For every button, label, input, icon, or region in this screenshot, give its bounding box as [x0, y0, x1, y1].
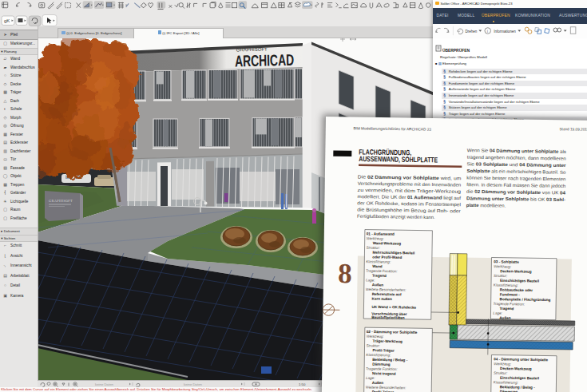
svg-text:keine Daten: keine Daten [95, 382, 114, 386]
svg-text:Sie 03 Sohlplatte und 04 Dämmu: Sie 03 Sohlplatte und 04 Dämmung unter [467, 161, 567, 168]
svg-text:Dämmung unter Sohlplatte bis O: Dämmung unter Sohlplatte bis OK 03 Sohl- [466, 196, 565, 202]
svg-text:Informationen: Informationen [494, 30, 516, 34]
svg-text:Die 02 Dämmung vor Sohlplatte: Die 02 Dämmung vor Sohlplatte wird, um [358, 174, 462, 180]
svg-text:Bekleidung / Belag -: Bekleidung / Belag - [373, 357, 408, 362]
svg-text:8: 8 [338, 258, 352, 289]
svg-text:die 02 Dämmung vor Sohlplatte: die 02 Dämmung vor Sohlplatte von UK 04 [466, 188, 566, 195]
svg-text:Träger-Werkzeug: Träger-Werkzeug [373, 339, 403, 343]
svg-text:Profil-Träger: Profil-Träger [373, 348, 395, 352]
svg-text:Weitere Besonderheiten:: Weitere Besonderheiten: [366, 385, 407, 390]
svg-text:04 - Dämmung unter Sohlplatte: 04 - Dämmung unter Sohlplatte [494, 357, 549, 362]
svg-text:Bekleidung / Belag -: Bekleidung / Belag - [500, 385, 535, 390]
svg-text:keine Daten: keine Daten [184, 382, 203, 386]
svg-text:Baustoffprioritäten: Baustoffprioritäten [372, 315, 406, 319]
svg-text:GRAPHISOFT: GRAPHISOFT [49, 199, 73, 203]
svg-text:tragend angeben möchten, dann: tragend angeben möchten, dann modelliere… [467, 154, 566, 160]
svg-text:Struktur:: Struktur: [494, 273, 508, 277]
svg-text:ARCHICAD: ARCHICAD [235, 51, 294, 70]
svg-text:Tragende Funktion:: Tragende Funktion: [366, 366, 398, 371]
svg-text:Stand 19.09.2019: Stand 19.09.2019 [560, 127, 587, 132]
svg-text:Referenzlinie auf: Referenzlinie auf [372, 291, 402, 296]
svg-text:gK: gK [4, 18, 10, 23]
svg-text:Klassifizierung:: Klassifizierung: [494, 380, 519, 384]
svg-text:Wand-Werkzeug: Wand-Werkzeug [373, 241, 402, 246]
svg-text:Sohlplatte als ein mehrschicht: Sohlplatte als ein mehrschichtiges Baute… [467, 168, 567, 174]
svg-text:Weitere Besonderheiten:: Weitere Besonderheiten: [366, 287, 407, 291]
svg-text:der OK Rohdecke, sodass im Fen: der OK Rohdecke, sodass im Fensterstempe… [358, 200, 462, 207]
svg-text:ÜBERPRÜFEN: ÜBERPRÜFEN [442, 48, 470, 53]
svg-text:Werkzeug:: Werkzeug: [494, 362, 512, 366]
svg-text:Fundment -: Fundment - [500, 292, 521, 296]
svg-text:Einschichtiges Bauteil: Einschichtiges Bauteil [500, 375, 539, 380]
svg-text:Außen: Außen [500, 315, 512, 319]
svg-text:Dämmung: Dämmung [372, 362, 391, 366]
svg-text:können Sie besser nach tragend: können Sie besser nach tragenden Element… [467, 175, 566, 181]
svg-text:Einschichtiges Bauteil: Einschichtiges Bauteil [500, 278, 539, 283]
svg-text:Tragende Funktion:: Tragende Funktion: [494, 301, 526, 306]
svg-text:Mehrschichtiges Bauteil: Mehrschichtiges Bauteil [373, 250, 415, 255]
svg-text:BIM Modellierungsrichtlinien f: BIM Modellierungsrichtlinien für ARCHICA… [354, 126, 432, 131]
svg-text:Struktur:: Struktur: [494, 370, 508, 374]
svg-text:Werkzeug:: Werkzeug: [367, 334, 385, 338]
svg-text:Dämmung: Dämmung [500, 390, 518, 392]
svg-text:filtern. In diesem Fall müssen: filtern. In diesem Fall müssen Sie dann … [467, 182, 566, 188]
svg-text:Bodenplatte / Flachgründung: Bodenplatte / Flachgründung [500, 297, 551, 302]
svg-text:Decken-Werkzeug: Decken-Werkzeug [500, 269, 532, 274]
svg-text:modelliert. Die UK der 01 Auße: modelliert. Die UK der 01 Außenwand lieg… [358, 194, 462, 200]
svg-text:AUSSENWAND, SOHLPLATTE: AUSSENWAND, SOHLPLATTE [359, 155, 438, 164]
svg-text:Tragende Funktion:: Tragende Funktion: [366, 268, 398, 273]
svg-text:die Brüstungshöhe im Bezug auf: die Brüstungshöhe im Bezug auf Roh- oder [358, 207, 462, 213]
svg-text:Wenn Sie 04 Dämmung unter Sohl: Wenn Sie 04 Dämmung unter Sohlplatte als [467, 148, 566, 154]
svg-text:Lage:: Lage: [366, 278, 375, 282]
svg-text:Decken-Werkzeug: Decken-Werkzeug [500, 366, 532, 371]
svg-text:03 - Sohlplatte: 03 - Sohlplatte [494, 259, 520, 263]
svg-text:oder Profil-Wand: oder Profil-Wand [373, 255, 403, 259]
svg-text:Klassifizierung:: Klassifizierung: [367, 259, 392, 263]
svg-text:Struktur:: Struktur: [367, 245, 381, 249]
svg-text:i: i [487, 29, 488, 34]
svg-text:Nicht tragend: Nicht tragend [372, 371, 396, 375]
svg-text:01 - Außenwand: 01 - Außenwand [367, 232, 395, 236]
svg-text:Tragend: Tragend [500, 306, 514, 310]
svg-text:Lage:: Lage: [494, 311, 503, 315]
svg-text:Verschneidungsprobleme mit den: Verschneidungsprobleme mit den Innenwänd… [358, 180, 462, 187]
svg-text:Werkzeug:: Werkzeug: [494, 264, 512, 268]
svg-text:Rohbaudecke oder: Rohbaudecke oder [500, 287, 533, 292]
svg-text:Fertigfußboden anzeigt werden: Fertigfußboden anzeigt werden kann. [357, 213, 435, 219]
svg-text:Klassifizierung:: Klassifizierung: [367, 352, 392, 356]
svg-text:Außen: Außen [372, 380, 384, 384]
svg-text:Kern außen: Kern außen [372, 296, 393, 300]
svg-text:Werkzeug:: Werkzeug: [367, 236, 385, 240]
svg-text:Außen: Außen [372, 283, 384, 287]
svg-text:Struktur:: Struktur: [367, 343, 381, 347]
svg-text:UK Wand = OK Rohdecke: UK Wand = OK Rohdecke [372, 304, 417, 309]
svg-text:platte modellieren.: platte modellieren. [466, 202, 506, 208]
svg-text:Tragend: Tragend [372, 273, 387, 277]
svg-text:1:50: 1:50 [299, 382, 306, 386]
svg-text:Lage:: Lage: [366, 375, 375, 379]
svg-text:02 - Dämmung vor Sohlplatte: 02 - Dämmung vor Sohlplatte [367, 329, 418, 334]
svg-text:zu vermeiden, mit dem Träger-W: zu vermeiden, mit dem Träger-Werkzeug [358, 187, 462, 193]
svg-text:Drehen: Drehen [465, 30, 477, 34]
svg-text:Wand: Wand [372, 264, 383, 268]
svg-text:Klassifizierung:: Klassifizierung: [494, 283, 519, 287]
